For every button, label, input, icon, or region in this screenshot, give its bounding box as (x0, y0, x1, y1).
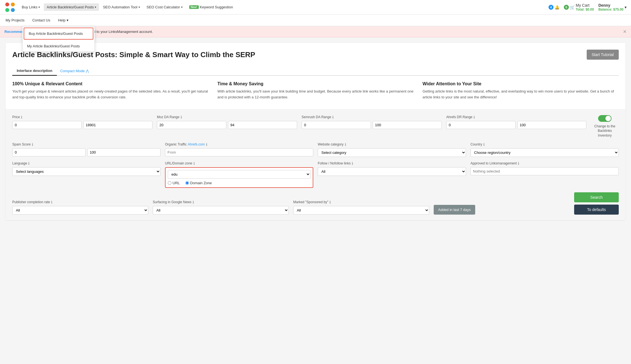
semrush-da-min-input[interactable] (302, 121, 371, 129)
user-info: Denny Balance: $75.00 (598, 3, 623, 11)
tabs-row: Interface description Compact Mode ⋀ (12, 66, 619, 76)
price-input-row (12, 121, 152, 129)
nav-help[interactable]: Help ▾ (57, 16, 69, 24)
to-defaults-button[interactable]: To defaults (574, 205, 619, 215)
language-select[interactable]: Select languages (12, 167, 161, 176)
ahrefs-dr-info-icon[interactable]: ℹ (474, 115, 475, 119)
notifications-bell[interactable]: 4 🔔 (549, 5, 559, 10)
chevron-down-icon: ▾ (95, 6, 96, 9)
nav-seo-calculator[interactable]: SEO Cost Calculator ▾ (144, 3, 185, 11)
semrush-da-info-icon[interactable]: ℹ (332, 115, 334, 119)
approved-input[interactable] (470, 167, 619, 175)
website-category-info-icon[interactable]: ℹ (345, 142, 346, 147)
follow-nofollow-info-icon[interactable]: ℹ (352, 161, 353, 166)
domain-radio[interactable] (185, 181, 189, 185)
spam-score-max-input[interactable] (87, 148, 161, 156)
top-navigation: Buy Links ▾ Article Backlinks/Guest Post… (0, 0, 631, 14)
sponsored-label: Marked "Sponsored by" ℹ (293, 200, 429, 204)
spam-score-min-input[interactable] (12, 148, 86, 156)
follow-nofollow-label: Follow / Nofollow links ℹ (318, 161, 466, 166)
approved-info-icon[interactable]: ℹ (518, 161, 519, 166)
features-section: 100% Unique & Relevant Content You'll ge… (12, 81, 619, 100)
sponsored-select[interactable]: All Yes No (293, 206, 429, 215)
dropdown-my-article-backlinks[interactable]: My Article Backlinks/Guest Posts (23, 41, 94, 52)
start-tutorial-button[interactable]: Start Tutorial (587, 50, 619, 60)
alert-close-button[interactable]: ✕ (623, 29, 627, 34)
country-info-icon[interactable]: ℹ (483, 142, 485, 147)
nav-seo-tool[interactable]: SEO Automation Tool ▾ (100, 3, 142, 11)
ahrefs-link[interactable]: Ahrefs.com (188, 142, 205, 146)
url-radio[interactable] (168, 181, 171, 185)
tab-interface-description[interactable]: Interface description (12, 66, 57, 76)
added-last-days-button[interactable]: Added in last 7 days (434, 205, 475, 215)
google-news-label: Surfacing in Google News ℹ (153, 200, 289, 204)
country-label: Country ℹ (470, 142, 619, 147)
moz-da-min-input[interactable] (157, 121, 226, 129)
nav-my-projects[interactable]: My Projects (4, 16, 26, 24)
filters-section: Price ℹ Moz DA Range ℹ (6, 109, 625, 220)
google-news-select[interactable]: All Yes No (153, 206, 289, 215)
toggle-label: Change to the Backlinks Inventory (591, 124, 619, 138)
article-backlinks-dropdown: Buy Article Backlinks/Guest Posts My Art… (22, 26, 95, 52)
url-domain-box: edu com net org URL Domain Zone (165, 167, 313, 188)
sponsored-filter: Marked "Sponsored by" ℹ All Yes No (293, 200, 429, 215)
url-radio-label[interactable]: URL (168, 181, 180, 185)
domain-radio-label[interactable]: Domain Zone (185, 181, 212, 185)
url-domain-info-icon[interactable]: ℹ (193, 161, 195, 166)
website-category-select[interactable]: Select category (318, 148, 466, 157)
url-domain-select[interactable]: edu com net org (168, 170, 310, 179)
dropdown-buy-article-backlinks[interactable]: Buy Article Backlinks/Guest Posts (24, 28, 93, 40)
language-info-icon[interactable]: ℹ (28, 161, 30, 166)
toggle-switch[interactable] (598, 115, 611, 122)
price-max-input[interactable] (83, 121, 153, 129)
chevron-down-icon: ▾ (181, 6, 183, 9)
approved-filter: Approved to Linksmanagement ℹ (470, 161, 619, 175)
moz-da-input-row (157, 121, 297, 129)
sponsored-info-icon[interactable]: ℹ (329, 200, 331, 204)
moz-da-max-input[interactable] (228, 121, 297, 129)
ahrefs-dr-max-input[interactable] (517, 121, 587, 129)
feature-wider-attention: Wider Attention to Your Site Getting art… (423, 81, 619, 100)
spam-score-label: Spam Score ℹ (12, 142, 161, 147)
country-filter: Country ℹ Choose region/country (470, 142, 619, 157)
url-domain-label: URL/Domain zone ℹ (165, 161, 313, 166)
ahrefs-dr-min-input[interactable] (446, 121, 516, 129)
cart-icon: 🛒 (570, 5, 575, 9)
nav-contact-us[interactable]: Contact Us (31, 16, 51, 24)
nav-keyword-suggestion[interactable]: New! Keyword Suggestion (186, 3, 236, 11)
google-news-info-icon[interactable]: ℹ (193, 200, 194, 204)
compact-mode-button[interactable]: Compact Mode ⋀ (60, 69, 89, 73)
price-min-input[interactable] (12, 121, 82, 129)
follow-nofollow-filter: Follow / Nofollow links ℹ All Follow Nof… (318, 161, 466, 176)
spam-score-input-row (12, 148, 161, 156)
organic-traffic-input[interactable] (165, 148, 313, 156)
feature-text-1: You'll get your unique & relevant articl… (12, 89, 208, 100)
publisher-rate-select[interactable]: All 90%+ 80%+ (12, 206, 148, 215)
feature-text-2: With article backlinks, you'll save your… (217, 89, 414, 100)
user-menu[interactable]: Denny Balance: $75.00 ▾ (598, 3, 627, 11)
country-select[interactable]: Choose region/country (470, 148, 619, 157)
nav-buy-links[interactable]: Buy Links ▾ (19, 3, 43, 11)
cart-area[interactable]: 0 🛒 My Cart Total: $0.00 (564, 3, 594, 11)
nav-article-backlinks[interactable]: Article Backlinks/Guest Posts ▾ (44, 3, 99, 11)
action-buttons: Search To defaults (574, 192, 619, 215)
publisher-rate-filter: Publisher completion rate ℹ All 90%+ 80%… (12, 200, 148, 215)
publisher-rate-info-icon[interactable]: ℹ (51, 200, 52, 204)
search-button[interactable]: Search (574, 192, 619, 202)
moz-da-info-icon[interactable]: ℹ (181, 115, 182, 119)
semrush-da-max-input[interactable] (373, 121, 442, 129)
feature-title-2: Time & Money Saving (217, 81, 414, 86)
logo[interactable] (4, 2, 16, 13)
bell-icon: 🔔 (555, 5, 559, 9)
chevron-down-icon: ▾ (38, 6, 40, 9)
price-label: Price ℹ (12, 115, 152, 119)
ahrefs-dr-input-row (446, 121, 586, 129)
language-filter: Language ℹ Select languages (12, 161, 161, 176)
nav-right-area: 4 🔔 0 🛒 My Cart Total: $0.00 Denny Balan… (549, 3, 627, 11)
follow-nofollow-select[interactable]: All Follow Nofollow (318, 167, 466, 176)
approved-label: Approved to Linksmanagement ℹ (470, 161, 619, 166)
organic-traffic-label: Organic Traffic Ahrefs.com ℹ (165, 142, 313, 147)
price-info-icon[interactable]: ℹ (21, 115, 22, 119)
spam-score-info-icon[interactable]: ℹ (32, 142, 33, 147)
organic-traffic-info-icon[interactable]: ℹ (206, 142, 207, 147)
